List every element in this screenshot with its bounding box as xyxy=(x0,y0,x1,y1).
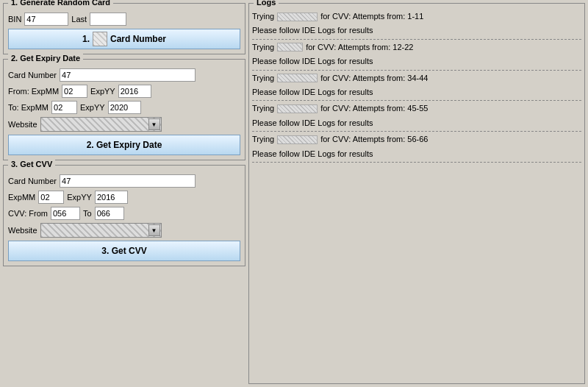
s3-expmm-input[interactable] xyxy=(38,191,64,204)
log-divider-5 xyxy=(252,162,581,163)
s2-to-yy-label: ExpYY xyxy=(80,103,105,112)
btn2-label: 2. Get Expiry Date xyxy=(87,140,162,150)
s2-website-select[interactable] xyxy=(40,117,162,132)
s3-cvvfrom-label: CVV: From xyxy=(8,209,48,218)
log-entry-3: Trying for CVV: Attempts from: 12-22 xyxy=(252,40,581,54)
logs-content: Trying for CVV: Attempts from: 1-11 Plea… xyxy=(249,8,584,383)
s2-to-label: To: ExpMM xyxy=(8,103,49,112)
log4-text: Please follow IDE Logs for results xyxy=(252,56,373,67)
s3-expyy-input[interactable] xyxy=(95,191,128,204)
last-label: Last xyxy=(71,15,87,24)
s3-cvvfrom-input[interactable] xyxy=(51,207,80,220)
log-divider-4 xyxy=(252,131,581,132)
left-panel: 1. Generate Random Card BIN Last 1. Card… xyxy=(3,3,245,384)
log-entry-5: Trying for CVV: Attempts from: 34-44 xyxy=(252,71,581,85)
log7-pre: Trying xyxy=(252,103,274,114)
s3-cvvto-label: To xyxy=(83,209,92,218)
s2-from-label: From: ExpMM xyxy=(8,87,59,96)
btn1-label: Card Number xyxy=(110,34,166,44)
generate-card-button[interactable]: 1. Card Number xyxy=(8,29,240,49)
s3-website-dropdown-wrapper: ▼ xyxy=(40,223,162,238)
s3-expmm-label: ExpMM xyxy=(8,193,35,202)
log5-pre: Trying xyxy=(252,73,274,84)
s2-from-yy-input[interactable] xyxy=(118,85,151,98)
log3-hatched xyxy=(277,43,303,52)
bin-label: BIN xyxy=(8,15,21,24)
s2-website-dropdown-wrapper: ▼ xyxy=(40,117,162,132)
log5-hatched xyxy=(277,74,318,82)
log1-hatched xyxy=(277,13,318,21)
section3-title: 3. Get CVV xyxy=(8,160,55,168)
log-entry-6: Please follow IDE Logs for results xyxy=(252,85,581,99)
s3-expyy-label: ExpYY xyxy=(67,193,92,202)
log10-text: Please follow IDE Logs for results xyxy=(252,149,373,160)
section3-box: 3. Get CVV Card Number ExpMM ExpYY CVV: … xyxy=(3,165,245,266)
s2-to-mm-input[interactable] xyxy=(51,101,77,114)
section2-title: 2. Get Expiry Date xyxy=(8,54,83,63)
main-container: 1. Generate Random Card BIN Last 1. Card… xyxy=(0,0,588,387)
s3-cvvto-input[interactable] xyxy=(95,207,124,220)
s3-card-label: Card Number xyxy=(8,177,57,185)
logs-box: Logs Trying for CVV: Attempts from: 1-11… xyxy=(248,3,585,384)
log3-pre: Trying xyxy=(252,42,274,53)
last-input[interactable] xyxy=(90,13,126,26)
log-divider-2 xyxy=(252,70,581,71)
log1-mid: for CVV: Attempts from: 1-11 xyxy=(320,11,423,22)
log-divider-3 xyxy=(252,100,581,101)
log8-text: Please follow IDE Logs for results xyxy=(252,118,373,129)
log9-mid: for CVV: Attempts from: 56-66 xyxy=(320,134,428,145)
section1-title: 1. Generate Random Card xyxy=(8,0,113,7)
log-entry-7: Trying for CVV: Attempts from: 45-55 xyxy=(252,102,581,116)
log-divider-1 xyxy=(252,39,581,40)
s2-card-label: Card Number xyxy=(8,71,57,79)
s2-website-label: Website xyxy=(8,120,37,129)
log-entry-8: Please follow IDE Logs for results xyxy=(252,116,581,130)
log-entry-2: Please follow IDE Logs for results xyxy=(252,24,581,38)
log7-mid: for CVV: Attempts from: 45-55 xyxy=(320,103,428,114)
section2-box: 2. Get Expiry Date Card Number From: Exp… xyxy=(3,59,245,160)
get-expiry-button[interactable]: 2. Get Expiry Date xyxy=(8,135,240,155)
s2-from-yy-label: ExpYY xyxy=(90,87,115,96)
btn1-icon xyxy=(93,32,107,46)
log6-text: Please follow IDE Logs for results xyxy=(252,87,373,98)
log7-hatched xyxy=(277,104,318,113)
log9-hatched xyxy=(277,135,318,144)
logs-title: Logs xyxy=(254,0,279,7)
log5-mid: for CVV: Attempts from: 34-44 xyxy=(320,73,428,84)
log-entry-4: Please follow IDE Logs for results xyxy=(252,54,581,68)
s2-to-yy-input[interactable] xyxy=(108,101,141,114)
get-cvv-button[interactable]: 3. Get CVV xyxy=(8,241,240,261)
s3-website-label: Website xyxy=(8,226,37,235)
log-entry-10: Please follow IDE Logs for results xyxy=(252,147,581,161)
log-entry-1: Trying for CVV: Attempts from: 1-11 xyxy=(252,10,581,24)
btn3-label: 3. Get CVV xyxy=(101,246,146,256)
s3-card-input[interactable] xyxy=(60,174,196,188)
bin-input[interactable] xyxy=(24,13,68,26)
section1-box: 1. Generate Random Card BIN Last 1. Card… xyxy=(3,3,245,54)
log3-mid: for CVV: Attempts from: 12-22 xyxy=(306,42,413,53)
s2-from-mm-input[interactable] xyxy=(62,85,87,98)
log9-pre: Trying xyxy=(252,134,274,145)
log1-pre: Trying xyxy=(252,11,274,22)
s2-card-input[interactable] xyxy=(60,68,196,82)
s3-website-select[interactable] xyxy=(40,223,162,238)
btn1-prefix: 1. xyxy=(82,34,90,44)
log2-text: Please follow IDE Logs for results xyxy=(252,25,373,36)
log-entry-9: Trying for CVV: Attempts from: 56-66 xyxy=(252,132,581,146)
